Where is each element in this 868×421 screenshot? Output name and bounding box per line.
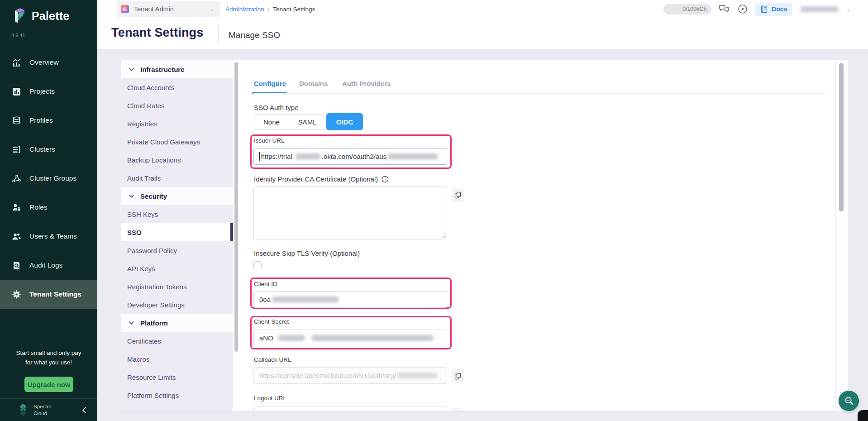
subnav-section-title: Security	[140, 192, 167, 200]
ca-certificate-label: Identity Provider CA Certificate (Option…	[254, 175, 389, 183]
subnav-item-registration-tokens[interactable]: Registration Tokens	[121, 277, 233, 296]
subnav-item-cloud-rates[interactable]: Cloud Rates	[121, 96, 233, 115]
profiles-icon	[12, 116, 21, 125]
collapse-sidebar-icon[interactable]	[82, 407, 86, 414]
subnav-item-developer-settings[interactable]: Developer Settings	[121, 296, 233, 314]
user-menu-chevron-icon[interactable]: ⌄	[846, 6, 851, 12]
sidebar: Palette 4.6.41 Overview Projects	[0, 0, 97, 421]
title-row: Tenant Settings Manage SSO	[97, 18, 868, 49]
ca-certificate-textarea[interactable]	[253, 187, 447, 239]
magnifier-smile-icon	[844, 396, 854, 407]
subnav-item-label: SSO	[127, 229, 142, 236]
subnav-item-label: Backup Locations	[127, 156, 181, 164]
subnav-item-registries[interactable]: Registries	[121, 115, 233, 133]
subnav-item-api-keys[interactable]: API Keys	[121, 259, 233, 277]
content-scrollbar[interactable]	[836, 60, 848, 411]
clusters-icon	[12, 145, 21, 154]
sidebar-item-projects[interactable]: Projects	[0, 77, 97, 106]
callback-url-input: https://console.spectrocloud.com/v1/auth…	[253, 367, 447, 384]
auth-type-oidc-button[interactable]: OIDC	[326, 113, 363, 130]
docs-button[interactable]: Docs	[755, 3, 792, 16]
feedback-button[interactable]	[719, 4, 730, 14]
topbar-actions: 0/100kCh Docs ⌄	[663, 0, 851, 18]
sidebar-item-label: Profiles	[29, 116, 53, 124]
auth-type-none-button[interactable]: None	[254, 114, 289, 129]
chevron-down-icon: ⌄	[210, 6, 215, 12]
sidebar-item-overview[interactable]: Overview	[0, 48, 97, 77]
tab-configure[interactable]: Configure	[254, 80, 286, 87]
sidebar-footer: Spectro Cloud	[0, 398, 97, 421]
subnav-item-sso[interactable]: SSO	[121, 223, 233, 241]
subnav-item-platform-settings[interactable]: Platform Settings	[121, 386, 233, 404]
auth-type-saml-button[interactable]: SAML	[289, 114, 326, 129]
subnav-item-password-policy[interactable]: Password Policy	[121, 241, 233, 259]
redacted-text	[272, 297, 339, 302]
page-subtitle: Manage SSO	[229, 30, 280, 40]
subnav-item-backup-locations[interactable]: Backup Locations	[121, 151, 233, 169]
subnav-scrollbar-thumb[interactable]	[234, 62, 238, 352]
tab-auth-providers[interactable]: Auth Providers	[342, 80, 391, 87]
issuer-url-input[interactable]: https://trial-.okta.com/oauth2/aus	[253, 148, 447, 165]
brand-line1: Spectro	[33, 403, 52, 410]
logout-url-label: Logout URL	[254, 395, 286, 402]
sidebar-item-tenant-settings[interactable]: Tenant Settings	[0, 280, 97, 309]
client-secret-prefix: aNO	[259, 334, 273, 342]
info-icon[interactable]	[382, 176, 389, 183]
tab-domains[interactable]: Domains	[299, 80, 328, 87]
sidebar-item-clusters[interactable]: Clusters	[0, 135, 97, 164]
redacted-text	[278, 335, 305, 341]
spectro-cloud-logo	[17, 404, 29, 416]
resize-handle-icon[interactable]	[441, 234, 446, 238]
settings-subnav: Infrastructure Cloud Accounts Cloud Rate…	[121, 60, 233, 411]
sidebar-item-users-teams[interactable]: Users & Teams	[0, 222, 97, 251]
scope-selector[interactable]: Tenant Admin ⌄	[117, 1, 220, 17]
copy-logout-url-button[interactable]	[452, 408, 464, 411]
redacted-text	[296, 153, 321, 159]
sidebar-item-label: Overview	[29, 58, 59, 67]
subnav-section-title: Infrastructure	[140, 66, 185, 73]
chevron-down-icon	[129, 68, 134, 71]
redacted-text	[397, 373, 437, 378]
skip-tls-label: Insecure Skip TLS Verify (Optional)	[254, 249, 360, 257]
upgrade-now-button[interactable]: Upgrade now	[24, 377, 73, 392]
copy-callback-url-button[interactable]	[452, 369, 464, 383]
cluster-groups-icon	[12, 174, 21, 183]
content-scrollbar-thumb[interactable]	[839, 63, 844, 211]
client-secret-label: Client Secret	[254, 318, 289, 325]
sidebar-item-label: Tenant Settings	[29, 290, 81, 298]
sidebar-item-audit-logs[interactable]: Audit Logs	[0, 251, 97, 280]
corner-widget[interactable]	[858, 410, 868, 421]
sidebar-item-label: Cluster Groups	[29, 174, 76, 182]
subnav-section-infrastructure[interactable]: Infrastructure	[121, 60, 233, 78]
logout-url-input[interactable]	[253, 407, 447, 411]
sidebar-item-roles[interactable]: Roles	[0, 193, 97, 222]
book-icon	[760, 5, 768, 13]
sidebar-item-label: Projects	[29, 87, 55, 96]
subnav-scrollbar[interactable]	[233, 60, 240, 411]
sso-auth-type-label: SSO Auth type	[254, 104, 298, 111]
breadcrumb-administration[interactable]: Administration	[225, 6, 264, 13]
skip-tls-checkbox[interactable]	[253, 261, 262, 269]
subnav-item-cloud-accounts[interactable]: Cloud Accounts	[121, 78, 233, 96]
subnav-item-ssh-keys[interactable]: SSH Keys	[121, 205, 233, 223]
copy-ca-certificate-button[interactable]	[452, 188, 464, 202]
client-secret-input[interactable]: aNO	[253, 330, 447, 346]
product-tour-button[interactable]	[738, 4, 748, 14]
subnav-section-platform[interactable]: Platform	[121, 314, 233, 332]
callback-url-prefix: https://console.spectrocloud.com/v1/auth…	[259, 372, 396, 379]
client-id-input[interactable]: 0oa	[253, 291, 447, 308]
audit-logs-icon	[12, 261, 21, 270]
subnav-section-security[interactable]: Security	[121, 187, 233, 205]
sidebar-item-cluster-groups[interactable]: Cluster Groups	[0, 164, 97, 193]
sidebar-nav: Overview Projects Profiles	[0, 48, 97, 309]
help-search-fab[interactable]	[839, 391, 859, 411]
sidebar-item-profiles[interactable]: Profiles	[0, 106, 97, 135]
subnav-item-private-cloud-gateways[interactable]: Private Cloud Gateways	[121, 133, 233, 151]
tab-divider	[253, 93, 828, 94]
subnav-item-audit-trails[interactable]: Audit Trails	[121, 169, 233, 187]
subnav-item-resource-limits[interactable]: Resource Limits	[121, 368, 233, 386]
user-name-redacted[interactable]	[800, 6, 839, 12]
subnav-item-macros[interactable]: Macros	[121, 350, 233, 368]
subnav-item-certificates[interactable]: Certificates	[121, 332, 233, 350]
client-id-label: Client ID	[254, 281, 277, 287]
